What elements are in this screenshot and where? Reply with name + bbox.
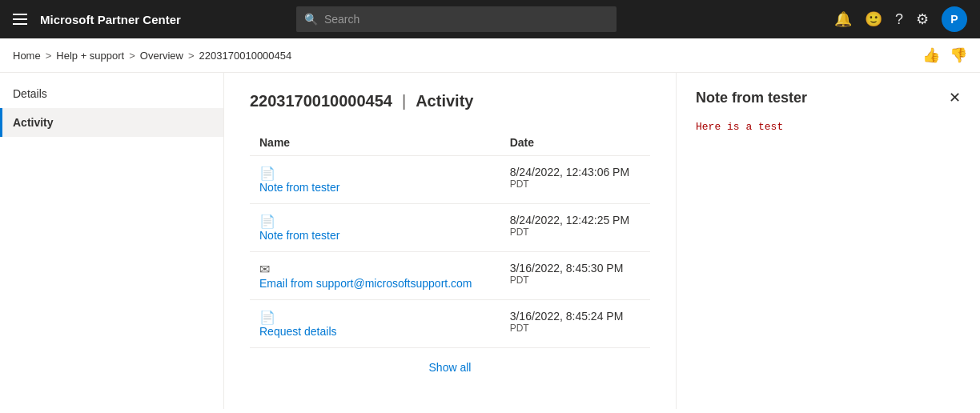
- nav-icons: 🔔 🙂 ? ⚙ P: [834, 6, 967, 32]
- doc-icon: 📄: [259, 166, 275, 181]
- activity-link[interactable]: Email from support@microsoftsupport.com: [259, 277, 491, 290]
- table-row: 📄 Note from tester8/24/2022, 12:43:06 PM…: [250, 156, 650, 204]
- date-cell: 8/24/2022, 12:42:25 PMPDT: [500, 204, 650, 252]
- note-panel-content: Here is a test: [696, 119, 961, 136]
- thumbs-down-icon[interactable]: 👎: [950, 46, 967, 64]
- activity-link[interactable]: Note from tester: [259, 229, 491, 242]
- date-cell: 8/24/2022, 12:43:06 PMPDT: [500, 156, 650, 204]
- breadcrumb-actions: 👍 👎: [922, 46, 967, 64]
- show-all-row: Show all: [250, 348, 650, 387]
- main-content-area: 2203170010000454 | Activity Name Date 📄 …: [224, 73, 676, 409]
- settings-icon[interactable]: ⚙: [916, 10, 929, 28]
- breadcrumb-sep-3: >: [188, 50, 195, 62]
- show-all-link[interactable]: Show all: [429, 361, 472, 374]
- sidebar: Details Activity: [0, 73, 224, 409]
- breadcrumb-overview[interactable]: Overview: [140, 50, 183, 62]
- notification-icon[interactable]: 🔔: [834, 10, 852, 28]
- search-icon: 🔍: [304, 13, 318, 26]
- activity-table: Name Date 📄 Note from tester8/24/2022, 1…: [250, 130, 650, 348]
- date-cell: 3/16/2022, 8:45:30 PMPDT: [500, 252, 650, 300]
- doc-icon: 📄: [259, 310, 275, 325]
- thumbs-up-icon[interactable]: 👍: [922, 46, 940, 64]
- breadcrumb-sep-2: >: [129, 50, 135, 62]
- main-layout: Details Activity 2203170010000454 | Acti…: [0, 73, 980, 409]
- table-row: 📄 Request details3/16/2022, 8:45:24 PMPD…: [250, 300, 650, 348]
- sidebar-item-activity[interactable]: Activity: [0, 108, 223, 137]
- sidebar-item-details[interactable]: Details: [0, 79, 223, 108]
- sidebar-details-label: Details: [13, 87, 47, 100]
- close-icon[interactable]: ✕: [949, 89, 961, 106]
- hamburger-menu[interactable]: [13, 14, 27, 25]
- search-box[interactable]: 🔍: [296, 6, 617, 32]
- search-input[interactable]: [324, 13, 608, 26]
- ticket-id-title: 2203170010000454: [250, 92, 392, 110]
- breadcrumb-ticket-id: 2203170010000454: [199, 50, 292, 62]
- table-row: ✉ Email from support@microsoftsupport.co…: [250, 252, 650, 300]
- activity-link[interactable]: Note from tester: [259, 181, 491, 194]
- table-row: 📄 Note from tester8/24/2022, 12:42:25 PM…: [250, 204, 650, 252]
- smiley-icon[interactable]: 🙂: [865, 10, 882, 28]
- col-date: Date: [500, 130, 650, 156]
- col-name: Name: [250, 130, 500, 156]
- note-panel-header: Note from tester ✕: [696, 89, 961, 106]
- breadcrumb-help-support[interactable]: Help + support: [56, 50, 124, 62]
- date-cell: 3/16/2022, 8:45:24 PMPDT: [500, 300, 650, 348]
- note-panel: Note from tester ✕ Here is a test: [676, 73, 980, 409]
- sidebar-activity-label: Activity: [13, 116, 54, 129]
- activity-link[interactable]: Request details: [259, 325, 491, 338]
- section-title: Activity: [416, 92, 473, 110]
- top-navigation: Microsoft Partner Center 🔍 🔔 🙂 ? ⚙ P: [0, 0, 980, 38]
- breadcrumb: Home > Help + support > Overview > 22031…: [0, 38, 980, 73]
- doc-icon: 📄: [259, 214, 275, 229]
- page-header: 2203170010000454 | Activity: [250, 92, 650, 110]
- note-panel-title: Note from tester: [696, 90, 807, 106]
- avatar[interactable]: P: [942, 6, 967, 32]
- title-separator: |: [402, 92, 406, 110]
- breadcrumb-sep-1: >: [46, 50, 52, 62]
- brand-title: Microsoft Partner Center: [40, 13, 181, 26]
- breadcrumb-home[interactable]: Home: [13, 50, 41, 62]
- email-icon: ✉: [259, 262, 270, 277]
- help-icon[interactable]: ?: [895, 11, 903, 28]
